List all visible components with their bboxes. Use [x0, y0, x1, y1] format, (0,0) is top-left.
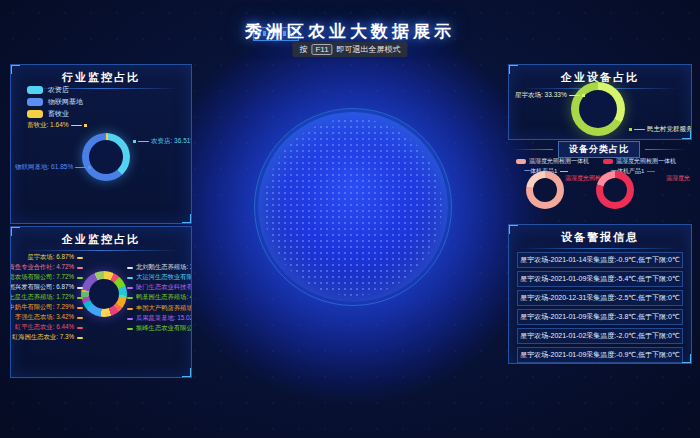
pie-label-text: 红海园生态农业: 7.3%: [12, 333, 74, 342]
donut-callout: 温湿度光照检测一: [666, 174, 690, 183]
panel-title: 设备警报信息: [509, 230, 691, 245]
pie-label-text: 七星生态养殖场: 1.72%: [10, 293, 74, 302]
alarm-row: 星宇农场-2021-01-09采集温度:-0.9℃,低于下限:0℃: [517, 347, 683, 363]
legend-swatch: [603, 159, 613, 164]
leader-line: [127, 308, 133, 310]
device-class-donut-left[interactable]: [526, 171, 564, 209]
pie-label: 家庭农场有限公司: 7.72%: [10, 273, 83, 282]
legend-swatch: [27, 110, 43, 118]
leader-line: [77, 277, 83, 279]
leader-line: [127, 277, 133, 279]
leader-line: [77, 257, 83, 259]
panel-device-class: 设备分类占比 温湿度光照检测一体机 一体机产品1 温湿度光照检测一→ 温湿度光照…: [508, 141, 690, 217]
leader-line: [560, 171, 568, 172]
fullscreen-tooltip: 按 F11 即可退出全屏模式: [292, 42, 407, 57]
title-divider: [23, 250, 179, 251]
leader-line: [127, 318, 133, 320]
pie-label: 七星生态养殖场: 1.72%: [10, 293, 83, 302]
leader-line: [77, 317, 83, 319]
titlebar-line: [645, 149, 686, 150]
pie-label: 秀洲青鱼专业合作社: 4.72%: [10, 263, 83, 272]
section-titlebar: 设备分类占比: [512, 141, 686, 158]
page-title: 秀洲区农业大数据展示: [0, 20, 700, 43]
industry-donut-chart[interactable]: [82, 133, 130, 181]
pie-label-text: 瓜果蔬菜基地: 15.02%: [136, 314, 192, 323]
donut-hole: [579, 90, 617, 128]
pie-label-text: 畜牧业: 1.64%: [27, 121, 69, 130]
pie-label: 李强生态农场: 3.42%: [15, 313, 83, 322]
leader-line: [75, 167, 86, 169]
pie-label-text: 陡门生态农业科技有限公: [136, 283, 192, 292]
pie-label: 畜牧业: 1.64%: [27, 121, 87, 130]
leader-line: [77, 297, 83, 299]
leader-line: [71, 125, 82, 127]
pie-label-text: 秀洲青鱼专业合作社: 4.72%: [10, 263, 74, 272]
legend-item[interactable]: 温湿度光照检测一体机: [516, 157, 589, 166]
donut-hole: [89, 279, 119, 309]
pie-label-text: 物联网基地: 61.85%: [15, 163, 73, 172]
leader-dot: [133, 140, 136, 143]
pie-label: 农资店: 36.51%: [133, 137, 192, 146]
device-class-donut-right[interactable]: [596, 171, 634, 209]
leader-line: [127, 297, 133, 299]
donut-hole: [603, 178, 627, 202]
pie-label: 振峰生态农业有限公司: 6.87%: [127, 324, 192, 333]
leader-line: [77, 307, 83, 309]
dashboard: 秀洲区农业大数据展示 按 F11 即可退出全屏模式 行业监控占比 农资店 物联网…: [0, 0, 700, 438]
tooltip-suffix: 即可退出全屏模式: [337, 44, 401, 55]
legend-label: 温湿度光照检测一体机: [529, 157, 589, 166]
panel-title: 企业监控占比: [11, 232, 191, 247]
legend-item[interactable]: 温湿度光照检测一体机: [603, 157, 676, 166]
leader-dot: [84, 124, 87, 127]
tooltip-prefix: 按: [299, 44, 307, 55]
pie-label: 大运河生态牧业有限责任公: [127, 273, 192, 282]
leader-line: [647, 171, 655, 172]
pie-label-text: 星宇农场: 6.87%: [27, 253, 74, 262]
globe-graphic: [258, 112, 448, 302]
enterprise-pie-chart[interactable]: [81, 271, 127, 317]
pie-label-text: 丰国大产鸭蛋养殖场: 1.: [136, 304, 192, 313]
pie-label: 星宇农场: 33.33%: [515, 91, 585, 100]
pie-label: 星宇农场: 6.87%: [27, 253, 83, 262]
leader-line: [127, 287, 133, 289]
pie-label-text: 民主村党群服务中心:: [647, 125, 692, 134]
donut-hole: [533, 178, 557, 202]
pie-label: 物联网基地: 61.85%: [15, 163, 91, 172]
pie-label: 民主村党群服务中心:: [629, 125, 692, 134]
pie-label-text: 国兴发有限公司: 6.87%: [10, 283, 74, 292]
pie-label-text: 大运河生态牧业有限责任公: [136, 273, 192, 282]
leader-line: [138, 141, 149, 143]
pie-label-text: 李强生态农场: 3.42%: [15, 313, 74, 322]
leader-line: [634, 129, 645, 131]
leader-line: [77, 337, 83, 339]
alarm-row: 星宇农场-2020-12-31采集温度:-2.5℃,低于下限:0℃: [517, 290, 683, 306]
pie-label-text: 振峰生态农业有限公司: 6.87%: [136, 324, 192, 333]
pie-label-text: 农资店: 36.51%: [151, 137, 192, 146]
panel-title: 行业监控占比: [11, 70, 191, 85]
pie-label: 陡门生态农业科技有限公: [127, 283, 192, 292]
panel-device-alarms: 设备警报信息 星宇农场-2021-01-14采集温度:-0.9℃,低于下限:0℃…: [508, 224, 692, 364]
pie-label: 国兴发有限公司: 6.87%: [10, 283, 83, 292]
panel-equipment-ratio: 企业设备占比 星宇农场: 33.33% 民主村党群服务中心:: [508, 64, 692, 140]
panel-enterprise-monitor: 企业监控占比 星宇农场: 6.87% 秀洲青鱼专业合作社: 4.72% 家庭农场…: [10, 226, 192, 378]
leader-line: [77, 287, 83, 289]
leader-dot: [88, 166, 91, 169]
legend-item[interactable]: 畜牧业: [27, 109, 69, 119]
legend-label: 温湿度光照检测一体机: [616, 157, 676, 166]
alarm-row: 星宇农场-2021-01-14采集温度:-0.9℃,低于下限:0℃: [517, 252, 683, 268]
alarm-row: 星宇农场-2021-01-02采集温度:-2.0℃,低于下限:0℃: [517, 328, 683, 344]
section-title: 设备分类占比: [558, 141, 640, 158]
alarm-list: 星宇农场-2021-01-14采集温度:-0.9℃,低于下限:0℃ 星宇农场-2…: [509, 252, 691, 363]
pie-label-text: 家庭农场有限公司: 7.72%: [10, 273, 74, 282]
pie-label: 北刘鹅生态养殖场: 11.56%: [127, 263, 192, 272]
alarm-row: 星宇农场-2021-01-09采集温度:-5.4℃,低于下限:0℃: [517, 271, 683, 287]
alarm-row: 星宇农场-2021-01-09采集温度:-3.8℃,低于下限:0℃: [517, 309, 683, 325]
legend-item[interactable]: 物联网基地: [27, 97, 83, 107]
leader-line: [127, 267, 133, 269]
pie-label: 鸭基园生态养殖场: 4.29: [127, 293, 192, 302]
pie-label: 丰国大产鸭蛋养殖场: 1.: [127, 304, 192, 313]
legend-item[interactable]: 农资店: [27, 85, 69, 95]
titlebar-line: [512, 149, 553, 150]
leader-line: [127, 328, 133, 330]
legend-label: 畜牧业: [48, 109, 69, 119]
